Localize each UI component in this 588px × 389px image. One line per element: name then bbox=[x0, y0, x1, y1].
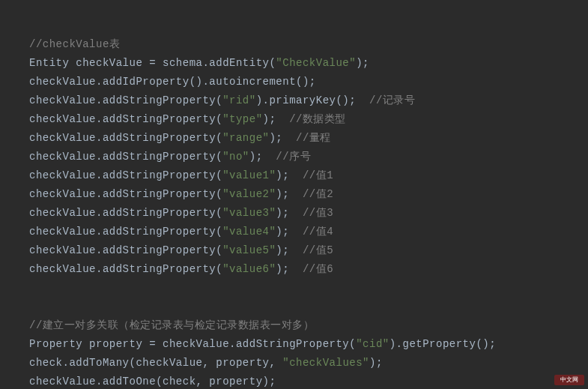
comment-token: //数据类型 bbox=[289, 113, 346, 125]
comment-token: //序号 bbox=[276, 151, 311, 163]
string-token: "checkValues" bbox=[282, 357, 369, 369]
keyword-token: checkValue.addStringProperty( bbox=[29, 151, 222, 163]
comment-token: //值4 bbox=[303, 226, 333, 238]
code-line: //checkValue表 bbox=[29, 35, 588, 54]
comment-text: //checkValue表 bbox=[29, 38, 120, 50]
punct-token: ); bbox=[276, 226, 303, 238]
keyword-token: checkValue.addIdProperty().autoincrement… bbox=[29, 76, 316, 88]
code-line: checkValue.addStringProperty("no"); //序号 bbox=[29, 148, 588, 166]
punct-token: ); bbox=[356, 57, 369, 69]
keyword-token: checkValue.addStringProperty( bbox=[29, 226, 222, 238]
comment-text: //建立一对多关联（检定记录表与检定记录数据表一对多） bbox=[29, 319, 314, 331]
punct-token: ).primaryKey(); bbox=[256, 94, 369, 106]
code-line: checkValue.addStringProperty("rid").prim… bbox=[29, 91, 588, 110]
punct-token: ); bbox=[276, 169, 303, 181]
string-token: "value6" bbox=[222, 263, 276, 275]
comment-token: //量程 bbox=[296, 132, 331, 144]
string-token: "value5" bbox=[222, 244, 276, 256]
string-token: "value1" bbox=[222, 169, 276, 181]
string-token: "range" bbox=[222, 132, 269, 144]
punct-token: ); bbox=[249, 151, 276, 163]
keyword-token: checkValue.addStringProperty( bbox=[29, 263, 222, 275]
keyword-token: checkValue.addStringProperty( bbox=[29, 113, 222, 125]
blank-line bbox=[29, 279, 588, 316]
keyword-token: checkValue.addStringProperty( bbox=[29, 132, 222, 144]
punct-token: ); bbox=[276, 188, 303, 200]
string-token: "cid" bbox=[356, 338, 390, 350]
code-line: //建立一对多关联（检定记录表与检定记录数据表一对多） bbox=[29, 316, 588, 335]
code-line: checkValue.addStringProperty("type"); //… bbox=[29, 110, 588, 129]
keyword-token: checkValue.addStringProperty( bbox=[29, 169, 222, 181]
keyword-token: checkValue.addStringProperty( bbox=[29, 94, 222, 106]
punct-token: ); bbox=[276, 244, 303, 256]
comment-token: //值2 bbox=[303, 188, 333, 200]
comment-token: //值3 bbox=[303, 207, 333, 219]
punct-token: ); bbox=[269, 132, 296, 144]
comment-token: //值1 bbox=[303, 169, 333, 181]
keyword-token: checkValue.addToOne(check, property); bbox=[29, 376, 276, 388]
string-token: "value2" bbox=[222, 188, 276, 200]
code-line: Property property = checkValue.addString… bbox=[29, 335, 588, 354]
string-token: "value3" bbox=[222, 207, 276, 219]
code-line: checkValue.addStringProperty("value6"); … bbox=[29, 260, 588, 279]
keyword-token: checkValue.addStringProperty( bbox=[29, 244, 222, 256]
punct-token: ); bbox=[276, 207, 303, 219]
watermark-badge: 中文网 bbox=[554, 375, 584, 385]
code-line: checkValue.addIdProperty().autoincrement… bbox=[29, 73, 588, 91]
keyword-token: check.addToMany(checkValue, property, bbox=[29, 357, 282, 369]
code-line: checkValue.addStringProperty("range"); /… bbox=[29, 129, 588, 148]
keyword-token: checkValue.addStringProperty( bbox=[29, 207, 222, 219]
comment-token: //值5 bbox=[303, 244, 333, 256]
punct-token: ).getProperty(); bbox=[390, 338, 496, 350]
code-line: checkValue.addStringProperty("value3"); … bbox=[29, 204, 588, 223]
string-token: "type" bbox=[222, 113, 262, 125]
string-token: "no" bbox=[222, 151, 249, 163]
code-line: checkValue.addToOne(check, property); bbox=[29, 373, 588, 389]
string-token: "value4" bbox=[222, 226, 276, 238]
string-token: "rid" bbox=[222, 94, 256, 106]
punct-token: ); bbox=[263, 113, 290, 125]
code-line: Entity checkValue = schema.addEntity("Ch… bbox=[29, 54, 588, 73]
code-line: check.addToMany(checkValue, property, "c… bbox=[29, 354, 588, 373]
code-line: checkValue.addStringProperty("value1"); … bbox=[29, 166, 588, 185]
code-line: checkValue.addStringProperty("value5"); … bbox=[29, 241, 588, 260]
keyword-token: checkValue.addStringProperty( bbox=[29, 188, 222, 200]
punct-token: ); bbox=[369, 357, 383, 369]
code-line: checkValue.addStringProperty("value4"); … bbox=[29, 223, 588, 241]
keyword-token: Property property = checkValue.addString… bbox=[29, 338, 356, 350]
keyword-token: Entity checkValue = schema.addEntity( bbox=[29, 57, 276, 69]
string-token: "CheckValue" bbox=[276, 57, 356, 69]
comment-token: //值6 bbox=[303, 263, 333, 275]
code-line: checkValue.addStringProperty("value2"); … bbox=[29, 185, 588, 204]
punct-token: ); bbox=[276, 263, 303, 275]
comment-token: //记录号 bbox=[369, 94, 415, 106]
code-block: //checkValue表Entity checkValue = schema.… bbox=[0, 0, 588, 389]
